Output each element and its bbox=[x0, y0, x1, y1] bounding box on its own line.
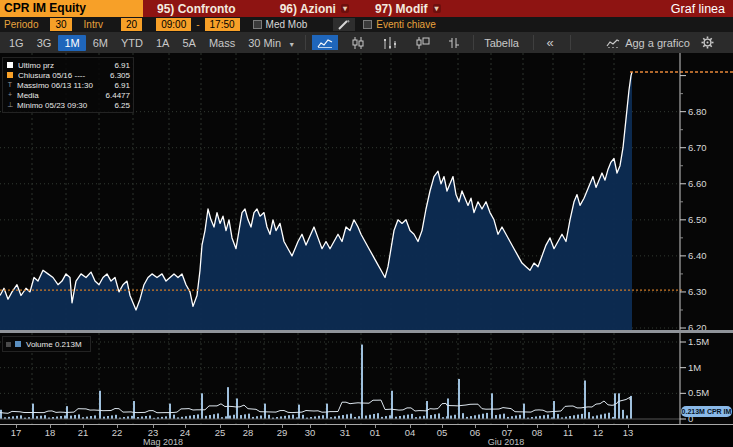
high-marker-icon: T bbox=[6, 81, 14, 89]
date-tick-label: 30 bbox=[305, 427, 316, 438]
svg-text:0.5M: 0.5M bbox=[688, 387, 709, 398]
bloomberg-chart-window: CPR IM Equity 95) Confronto 96) Azioni ▾… bbox=[0, 0, 733, 447]
bar-chart-type-button[interactable] bbox=[378, 35, 402, 51]
range-button-1m[interactable]: 1M bbox=[58, 35, 85, 51]
title-menu-bar: CPR IM Equity 95) Confronto 96) Azioni ▾… bbox=[0, 0, 733, 17]
tick-chart-type-button[interactable] bbox=[443, 35, 465, 51]
med-mob-checkbox[interactable] bbox=[253, 20, 262, 29]
med-mob-label: Med Mob bbox=[266, 19, 308, 30]
collapse-panel-button[interactable]: « bbox=[538, 35, 561, 50]
low-marker-icon: ⊥ bbox=[6, 101, 14, 109]
tabella-button[interactable]: Tabella bbox=[478, 35, 525, 51]
legend-row-3[interactable]: +Media6.4477 bbox=[6, 90, 130, 100]
gear-icon bbox=[701, 36, 714, 49]
svg-text:6.60: 6.60 bbox=[688, 178, 707, 189]
range-button-mass[interactable]: Mass bbox=[203, 35, 241, 51]
legend-value: 6.305 bbox=[105, 71, 130, 80]
date-tick-label: 22 bbox=[112, 427, 123, 438]
svg-text:6.50: 6.50 bbox=[688, 214, 707, 225]
ticker-field[interactable]: CPR IM Equity bbox=[0, 0, 143, 17]
line-chart-icon bbox=[317, 37, 333, 48]
legend-row-4[interactable]: ⊥Minimo 05/23 09:306.25 bbox=[6, 100, 130, 110]
intrv-label: Intrv bbox=[84, 19, 103, 30]
svg-text:6.70: 6.70 bbox=[688, 142, 707, 153]
chevron-down-icon: ▾ bbox=[433, 4, 441, 13]
legend-row-1[interactable]: Chiusura 05/16 ----6.305 bbox=[6, 70, 130, 80]
time-to-field[interactable]: 17:50 bbox=[205, 18, 240, 31]
settings-gear-button[interactable] bbox=[696, 34, 719, 51]
line-chart-type-button[interactable] bbox=[312, 35, 338, 50]
mini-chart-icon bbox=[606, 38, 620, 48]
date-tick-label: 11 bbox=[563, 427, 573, 438]
time-from-field[interactable]: 09:00 bbox=[156, 18, 191, 31]
eventi-chiave-label: Eventi chiave bbox=[376, 19, 435, 30]
candle-window-icon bbox=[415, 37, 430, 49]
range-button-ytd[interactable]: YTD bbox=[115, 35, 149, 51]
legend-value: 6.91 bbox=[109, 61, 130, 70]
range-button-group: 1G3G1M6MYTD1A5AMass bbox=[2, 35, 241, 51]
range-button-1a[interactable]: 1A bbox=[150, 35, 175, 51]
date-tick-label: 21 bbox=[78, 427, 89, 438]
settings-bar: Periodo 30 Intrv 20 09:00 - 17:50 Med Mo… bbox=[0, 17, 733, 32]
price-bars-icon bbox=[383, 37, 397, 49]
volume-legend[interactable]: Volume 0.213M bbox=[2, 336, 91, 352]
month-label: Giu 2018 bbox=[488, 437, 525, 447]
chevron-down-icon: ▼ bbox=[288, 41, 295, 48]
pencil-icon bbox=[338, 20, 350, 30]
price-legend[interactable]: Ultimo prz6.91Chiusura 05/16 ----6.305TM… bbox=[2, 57, 134, 113]
volume-legend-label: Volume 0.213M bbox=[26, 340, 82, 349]
date-tick-label: 25 bbox=[215, 427, 226, 438]
legend-value: 6.25 bbox=[109, 101, 130, 110]
date-tick-label: 18 bbox=[45, 427, 56, 438]
last-price-swatch bbox=[7, 62, 13, 68]
eventi-chiave-checkbox[interactable] bbox=[363, 20, 372, 29]
date-tick-label: 29 bbox=[277, 427, 288, 438]
legend-row-0[interactable]: Ultimo prz6.91 bbox=[6, 60, 130, 70]
range-button-3g[interactable]: 3G bbox=[31, 35, 58, 51]
candlestick-chart-type-button[interactable] bbox=[346, 35, 370, 51]
svg-text:1.5M: 1.5M bbox=[688, 336, 709, 347]
volume-swatch bbox=[15, 341, 21, 347]
date-tick-label: 13 bbox=[623, 427, 634, 438]
date-tick-label: 05 bbox=[437, 427, 448, 438]
intrv-value-field[interactable]: 20 bbox=[121, 18, 142, 31]
range-button-5a[interactable]: 5A bbox=[176, 35, 201, 51]
legend-row-2[interactable]: TMassimo 06/13 11:306.91 bbox=[6, 80, 130, 90]
svg-text:1M: 1M bbox=[688, 362, 701, 373]
range-button-1g[interactable]: 1G bbox=[3, 35, 30, 51]
volume-chart-plot[interactable]: 1.5M1M0.5M0 bbox=[0, 333, 733, 424]
legend-label: Minimo 05/23 09:30 bbox=[17, 101, 87, 110]
tick-marks-icon bbox=[448, 37, 460, 49]
date-tick-label: 04 bbox=[405, 427, 416, 438]
chart-toolbar: 1G3G1M6MYTD1A5AMass 30 Min ▼ bbox=[0, 32, 733, 53]
mean-marker-icon: + bbox=[6, 91, 14, 99]
agg-a-grafico-button[interactable]: Agg a grafico bbox=[600, 35, 696, 51]
date-tick-label: 01 bbox=[370, 427, 381, 438]
annotate-pencil-button[interactable] bbox=[333, 18, 355, 31]
periodo-value-field[interactable]: 30 bbox=[50, 18, 71, 31]
interval-dropdown[interactable]: 30 Min ▼ bbox=[242, 35, 301, 51]
menu-confronto[interactable]: 95) Confronto bbox=[157, 2, 236, 16]
range-button-6m[interactable]: 6M bbox=[87, 35, 114, 51]
svg-text:6.20: 6.20 bbox=[688, 322, 707, 330]
svg-text:6.30: 6.30 bbox=[688, 286, 707, 297]
menu-azioni[interactable]: 96) Azioni ▾ bbox=[280, 2, 349, 16]
legend-collapse-icon[interactable] bbox=[6, 342, 11, 347]
svg-text:6.40: 6.40 bbox=[688, 250, 707, 261]
legend-value: 6.4477 bbox=[101, 91, 130, 100]
candle-volume-type-button[interactable] bbox=[410, 35, 435, 51]
date-tick-label: 31 bbox=[340, 427, 351, 438]
chart-type-title: Graf linea bbox=[671, 2, 725, 16]
menu-modif[interactable]: 97) Modif ▾ bbox=[375, 2, 441, 16]
legend-label: Ultimo prz bbox=[18, 61, 54, 70]
date-tick-label: 06 bbox=[470, 427, 481, 438]
date-tick-label: 08 bbox=[532, 427, 543, 438]
date-tick-label: 28 bbox=[243, 427, 254, 438]
time-separator: - bbox=[196, 19, 199, 30]
candlestick-icon bbox=[351, 37, 365, 49]
month-label: Mag 2018 bbox=[143, 437, 183, 447]
time-axis: 1718212223242528293031010405060708111213… bbox=[0, 424, 733, 447]
legend-value: 6.91 bbox=[109, 81, 130, 90]
legend-label: Media bbox=[17, 91, 39, 100]
legend-label: Chiusura 05/16 ---- bbox=[18, 71, 85, 80]
